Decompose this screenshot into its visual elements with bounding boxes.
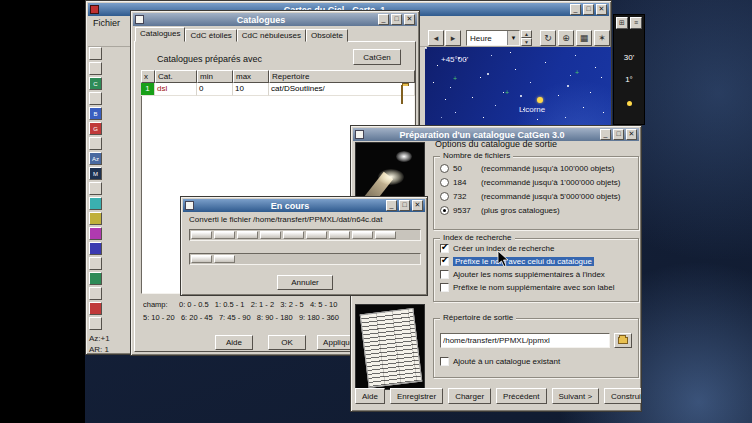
tab-cdc-nebuleuses[interactable]: CdC nébuleuses bbox=[237, 29, 306, 42]
side-toolbar-button[interactable]: B bbox=[89, 107, 102, 120]
col-header-max[interactable]: max bbox=[233, 70, 269, 83]
side-toolbar-button[interactable]: C bbox=[89, 77, 102, 90]
folder-icon bbox=[618, 337, 628, 344]
catgen-button[interactable]: CatGen bbox=[353, 49, 401, 65]
catgen-buttons: Aide Enregistrer Charger Précédent Suiva… bbox=[355, 388, 642, 404]
suivant-button[interactable]: Suivant > bbox=[552, 388, 600, 404]
progress-dialog: En cours _ □ ✕ Converti le fichier /home… bbox=[180, 196, 428, 296]
minimize-icon[interactable]: _ bbox=[600, 129, 611, 140]
close-icon[interactable]: ✕ bbox=[412, 200, 423, 211]
star-tool-icon[interactable]: ✶ bbox=[594, 30, 610, 46]
side-toolbar-button[interactable] bbox=[89, 137, 102, 150]
annuler-button[interactable]: Annuler bbox=[277, 275, 333, 290]
ok-button[interactable]: OK bbox=[268, 335, 306, 350]
time-mode-combo[interactable]: Heure ▼ bbox=[466, 30, 520, 46]
fov-label[interactable]: 30' bbox=[614, 53, 644, 62]
row-active-cell[interactable]: 1 bbox=[141, 83, 155, 96]
tab-obsolete[interactable]: Obsolète bbox=[306, 29, 348, 42]
progress-bar-1 bbox=[189, 229, 421, 241]
charger-button[interactable]: Charger bbox=[448, 388, 491, 404]
row-repertoire-cell[interactable]: cat/DSoutlines/ bbox=[269, 83, 415, 96]
checkbox-create-index[interactable] bbox=[440, 244, 449, 253]
toolbar-button-1[interactable]: ◂ bbox=[428, 30, 444, 46]
row-cat-cell[interactable]: dsl bbox=[155, 83, 197, 96]
minimize-icon[interactable]: _ bbox=[570, 4, 581, 15]
checkbox-add-supplementary-names[interactable] bbox=[440, 270, 449, 279]
side-toolbar-button[interactable]: Az bbox=[89, 152, 102, 165]
row-min-cell[interactable]: 0 bbox=[197, 83, 233, 96]
col-header-x[interactable]: x bbox=[141, 70, 155, 83]
row-max-cell[interactable]: 10 bbox=[233, 83, 269, 96]
progress-message: Converti le fichier /home/transfert/PPMX… bbox=[189, 215, 423, 224]
radio-50[interactable] bbox=[440, 164, 449, 173]
aide-button[interactable]: Aide bbox=[215, 335, 253, 350]
folder-icon[interactable] bbox=[401, 86, 403, 104]
grid-icon[interactable]: ▦ bbox=[576, 30, 592, 46]
radio-9537[interactable] bbox=[440, 206, 449, 215]
target-icon[interactable]: ⊕ bbox=[558, 30, 574, 46]
col-header-cat[interactable]: Cat. bbox=[155, 70, 197, 83]
minimize-icon[interactable]: _ bbox=[386, 200, 397, 211]
output-group: Répertoire de sortie Ajouté à un catalog… bbox=[433, 318, 639, 378]
champ-label: champ: bbox=[143, 300, 168, 309]
side-toolbar-button[interactable] bbox=[89, 197, 102, 210]
progress-titlebar[interactable]: En cours _ □ ✕ bbox=[183, 199, 425, 212]
spin-down-icon[interactable]: ▼ bbox=[521, 38, 532, 46]
time-spinner[interactable]: ▲ ▼ bbox=[521, 30, 532, 46]
side-toolbar-button[interactable] bbox=[89, 62, 102, 75]
side-toolbar-button[interactable] bbox=[89, 47, 102, 60]
catgen-title: Préparation d'un catalogue CatGen 3.0 bbox=[366, 130, 598, 140]
chart-marker: + bbox=[505, 89, 509, 96]
side-toolbar-button[interactable] bbox=[89, 212, 102, 225]
side-toolbar-button[interactable] bbox=[89, 272, 102, 285]
chart-marker: + bbox=[575, 69, 579, 76]
checkbox-prefix-catalog[interactable] bbox=[440, 257, 449, 266]
menu-fichier[interactable]: Fichier bbox=[88, 17, 125, 29]
checkbox-prefix-supplementary-label[interactable] bbox=[440, 283, 449, 292]
toolbar-button-2[interactable]: ▸ bbox=[445, 30, 461, 46]
enregistrer-button[interactable]: Enregistrer bbox=[390, 388, 443, 404]
precedent-button[interactable]: Précédent bbox=[496, 388, 546, 404]
side-toolbar-button[interactable] bbox=[89, 317, 102, 330]
minimize-icon[interactable]: _ bbox=[378, 14, 389, 25]
side-toolbar-button[interactable] bbox=[89, 287, 102, 300]
side-toolbar-button[interactable] bbox=[89, 227, 102, 240]
output-path-input[interactable] bbox=[440, 333, 610, 348]
catalogues-titlebar[interactable]: Catalogues _ □ ✕ bbox=[133, 13, 417, 26]
maximize-icon[interactable]: □ bbox=[399, 200, 410, 211]
maximize-icon[interactable]: □ bbox=[391, 14, 402, 25]
close-icon[interactable]: ✕ bbox=[596, 4, 607, 15]
aide-button[interactable]: Aide bbox=[355, 388, 385, 404]
side-toolbar-button[interactable] bbox=[89, 242, 102, 255]
spin-up-icon[interactable]: ▲ bbox=[521, 30, 532, 38]
construire-button[interactable]: Construire les fichiers bbox=[604, 388, 642, 404]
chevron-down-icon[interactable]: ▼ bbox=[507, 31, 519, 45]
section-title: Options du catalogue de sortie bbox=[435, 139, 557, 149]
col-header-min[interactable]: min bbox=[197, 70, 233, 83]
radio-184[interactable] bbox=[440, 178, 449, 187]
maximize-icon[interactable]: □ bbox=[583, 4, 594, 15]
side-toolbar: C B G Az M bbox=[88, 47, 104, 332]
maximize-icon[interactable]: □ bbox=[613, 129, 624, 140]
checkbox-append-existing[interactable] bbox=[440, 357, 449, 366]
close-icon[interactable]: ✕ bbox=[404, 14, 415, 25]
side-toolbar-button[interactable] bbox=[89, 257, 102, 270]
side-toolbar-button[interactable]: G bbox=[89, 122, 102, 135]
dialog-icon bbox=[135, 15, 144, 24]
fov-grid-icon[interactable]: ⊞ bbox=[616, 17, 628, 29]
tab-catalogues[interactable]: Catalogues bbox=[135, 27, 185, 42]
fov-menu-icon[interactable]: ≡ bbox=[630, 17, 642, 29]
files-group-legend: Nombre de fichiers bbox=[440, 151, 513, 160]
fov-label[interactable]: 1° bbox=[614, 75, 644, 84]
moon-marker[interactable] bbox=[537, 97, 543, 103]
side-toolbar-button[interactable] bbox=[89, 92, 102, 105]
browse-folder-button[interactable] bbox=[614, 333, 632, 348]
col-header-repertoire[interactable]: Repertoire bbox=[269, 70, 415, 83]
side-toolbar-button[interactable]: M bbox=[89, 167, 102, 180]
side-toolbar-button[interactable] bbox=[89, 182, 102, 195]
tab-cdc-etoiles[interactable]: CdC étoiles bbox=[185, 29, 236, 42]
side-toolbar-button[interactable] bbox=[89, 302, 102, 315]
refresh-icon[interactable]: ↻ bbox=[540, 30, 556, 46]
close-icon[interactable]: ✕ bbox=[626, 129, 637, 140]
radio-732[interactable] bbox=[440, 192, 449, 201]
